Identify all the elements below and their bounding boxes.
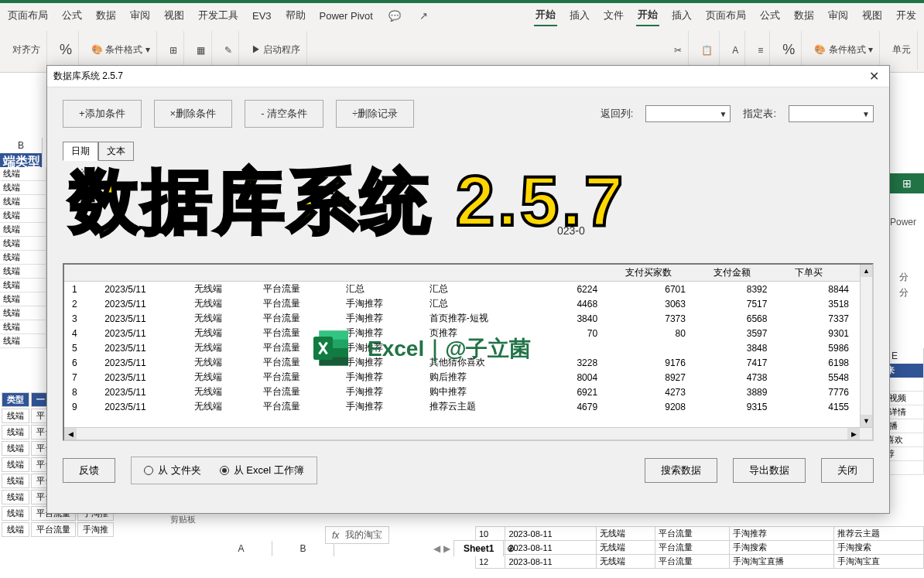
target-table-combo[interactable] — [789, 105, 874, 122]
tab-home[interactable]: 开始 — [534, 5, 557, 26]
table-row[interactable]: 32023/5/11无线端平台流量手淘推荐首页推荐-短视384073736568… — [64, 311, 872, 326]
bg-row: 112023-08-11无线端平台流量手淘搜索手淘搜索 — [476, 541, 924, 555]
percent-icon2[interactable]: % — [782, 42, 795, 58]
from-folder-radio[interactable]: 从 文件夹 — [144, 463, 201, 477]
tab-layout2[interactable]: 页面布局 — [704, 5, 748, 26]
bg-cell: 线端 — [0, 251, 46, 265]
export-button[interactable]: 导出数据 — [733, 458, 806, 483]
bg-cell: 线端 — [0, 334, 46, 348]
bg-header: 端类型 — [0, 153, 43, 167]
bg-c: 线端 — [2, 409, 29, 423]
delete-condition-button[interactable]: ×删除条件 — [154, 100, 233, 128]
sheet-tab[interactable]: Sheet1 — [453, 540, 504, 556]
add-sheet-icon[interactable]: ⊕ — [507, 543, 515, 554]
sheet-tabs: ◀ ▶ Sheet1 ⊕ — [433, 540, 515, 556]
close-icon[interactable]: ✕ — [864, 67, 883, 86]
align-icon[interactable]: ≡ — [758, 45, 763, 56]
tab-dev[interactable]: 开发工具 — [197, 5, 240, 26]
feedback-button[interactable]: 反馈 — [63, 458, 115, 483]
bg-cell: 线端 — [0, 279, 46, 292]
font-icon[interactable]: A — [732, 45, 738, 56]
paste-icon[interactable]: 📋 — [701, 45, 713, 56]
table-row[interactable]: 22023/5/11无线端平台流量手淘推荐汇总4468306375173518 — [64, 296, 872, 311]
overlay-title: 数据库系统 2.5.7 — [70, 155, 626, 249]
edit-icon[interactable]: ✎ — [224, 45, 232, 56]
ribbon-tabs: 页面布局 公式 数据 审阅 视图 开发工具 EV3 帮助 Power Pivot… — [0, 3, 924, 28]
cell-label: 单元 — [892, 43, 911, 56]
horizontal-scrollbar[interactable] — [64, 427, 872, 439]
return-col-label: 返回列: — [601, 107, 634, 121]
tab-insert[interactable]: 插入 — [568, 5, 591, 26]
cond-format-btn[interactable]: 🎨 条件格式 ▾ — [91, 43, 150, 56]
fen-label: 分 — [899, 271, 909, 284]
col-a[interactable]: A — [210, 541, 272, 556]
tab-view2[interactable]: 视图 — [861, 5, 884, 26]
tab-data2[interactable]: 数据 — [792, 5, 816, 26]
tab-dev2[interactable]: 开发 — [895, 5, 918, 26]
bg-cell: 线端 — [0, 167, 46, 181]
database-dialog: 数据库系统 2.5.7 ✕ +添加条件 ×删除条件 - 清空条件 ÷删除记录 返… — [46, 65, 890, 514]
bg-c: 线端 — [2, 425, 29, 439]
table-row[interactable]: 82023/5/11无线端平台流量手淘推荐购中推荐692142733889777… — [64, 385, 872, 399]
bg-cell: 线端 — [0, 181, 46, 195]
tab-ev3[interactable]: EV3 — [251, 7, 273, 25]
bg-row: 102023-08-11无线端平台流量手淘推荐推荐云主题 — [476, 527, 924, 541]
formula-bar[interactable]: fx 我的淘宝 — [325, 526, 389, 544]
tab-review2[interactable]: 审阅 — [826, 5, 850, 26]
fx-icon[interactable]: fx — [332, 530, 339, 541]
dialog-title: 数据库系统 2.5.7 — [53, 70, 123, 83]
power-label: Power — [890, 217, 916, 227]
bg-h: 类型 — [2, 392, 29, 407]
overlay-subtitle: Excel｜@子立菌 — [368, 334, 531, 364]
table-icon[interactable]: ⊞ — [169, 45, 177, 56]
tab-file[interactable]: 文件 — [602, 5, 625, 26]
return-col-combo[interactable] — [645, 105, 731, 122]
share-icon[interactable]: ↗ — [415, 6, 433, 25]
fen-label2: 分 — [899, 286, 909, 299]
tab-formula[interactable]: 公式 — [60, 5, 84, 26]
target-table-label: 指定表: — [743, 107, 776, 121]
tab-view[interactable]: 视图 — [163, 5, 186, 26]
from-excel-radio[interactable]: 从 Excel 工作簿 — [220, 463, 304, 477]
comment-icon[interactable]: 💬 — [385, 6, 404, 25]
bg-cell: 线端 — [0, 306, 46, 320]
cond-format2[interactable]: 🎨 条件格式 ▾ — [814, 43, 873, 56]
tab-data[interactable]: 数据 — [94, 5, 118, 26]
tab-formula2[interactable]: 公式 — [758, 5, 782, 26]
table-row[interactable]: 92023/5/11无线端平台流量手淘推荐推荐云主题46799208931541… — [64, 399, 872, 414]
source-radio-group: 从 文件夹 从 Excel 工作簿 — [131, 457, 317, 484]
tab-help[interactable]: 帮助 — [284, 5, 307, 26]
bg-c: 线端 — [2, 474, 29, 488]
tab-powerpivot[interactable]: Power Pivot — [318, 7, 375, 25]
bg-c: 线端 — [2, 441, 29, 456]
bg-row: 122023-08-11无线端平台流量手淘淘宝直播手淘淘宝直 — [476, 555, 924, 569]
cut-icon[interactable]: ✂ — [674, 45, 682, 56]
tab-home2[interactable]: 开始 — [636, 5, 659, 26]
excel-logo-icon — [310, 325, 356, 371]
tab-layout[interactable]: 页面布局 — [6, 5, 50, 26]
nav-prev-icon[interactable]: ◀ — [433, 543, 440, 554]
table-row[interactable]: 12023/5/11无线端平台流量汇总汇总6224670183928844 — [64, 282, 872, 297]
nav-next-icon[interactable]: ▶ — [443, 543, 450, 554]
search-button[interactable]: 搜索数据 — [645, 458, 717, 483]
launch-btn[interactable]: ▶ 启动程序 — [252, 43, 300, 56]
dialog-titlebar: 数据库系统 2.5.7 ✕ — [47, 66, 889, 87]
cell-icon[interactable]: ▦ — [197, 45, 205, 56]
ribbon-collapse-icon[interactable]: ⊞ — [889, 173, 924, 193]
bg-cell: 线端 — [0, 223, 46, 237]
bg-cell: 线端 — [0, 209, 46, 223]
bg-c: 线端 — [2, 490, 29, 504]
bg-cell: 线端 — [0, 320, 46, 334]
bg-cell: 线端 — [0, 195, 46, 209]
percent-icon[interactable]: % — [60, 42, 72, 58]
clear-condition-button[interactable]: - 清空条件 — [245, 100, 323, 128]
bg-c: 线端 — [2, 506, 29, 521]
add-condition-button[interactable]: +添加条件 — [63, 100, 142, 128]
tab-insert2[interactable]: 插入 — [670, 5, 693, 26]
table-row[interactable]: 72023/5/11无线端平台流量手淘推荐购后推荐800489274738554… — [64, 370, 872, 385]
delete-record-button[interactable]: ÷删除记录 — [336, 100, 414, 128]
close-button[interactable]: 关闭 — [821, 458, 874, 483]
tab-review[interactable]: 审阅 — [128, 5, 152, 26]
col-b-header[interactable]: B — [0, 138, 43, 153]
vertical-scrollbar[interactable] — [860, 265, 872, 427]
